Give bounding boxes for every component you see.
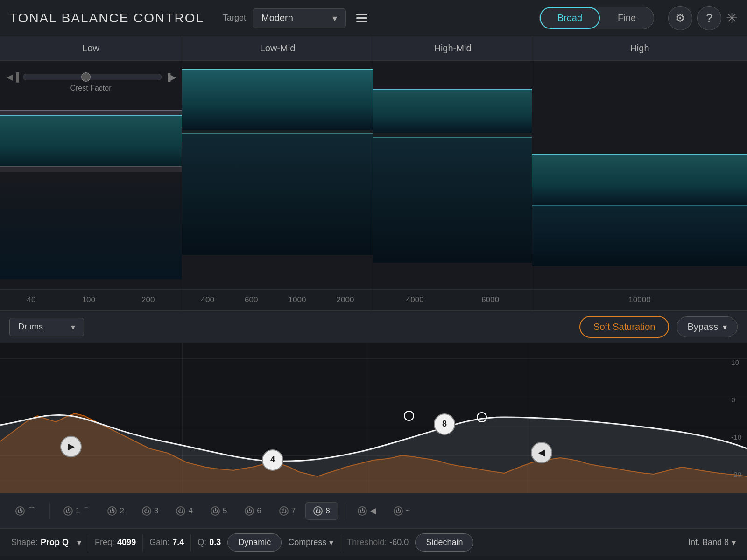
broad-fine-toggle: Broad Fine [539,7,654,29]
gear-icon: ⚙ [675,12,685,25]
band-btn-10[interactable]: ⏻ ~ [386,502,419,520]
settings-button[interactable]: ⚙ [668,6,692,30]
band-divider-1 [49,503,50,519]
fine-button[interactable]: Fine [600,7,654,29]
status-sep-3 [190,534,191,551]
int-band-label: Int. Band 8 [688,538,729,547]
spectrum-high [532,61,747,289]
band-7-label: 7 [291,506,296,516]
crest-factor-label: Crest Factor [0,84,182,92]
q-value: 0.3 [209,538,221,547]
band-btn-1[interactable]: ⏻ 1 ⌒ [56,502,98,520]
question-icon: ? [706,12,712,25]
toolbar: Drums ▾ Soft Saturation Bypass ▾ [0,311,747,343]
band-header-high: High [532,36,747,60]
band-btn-2[interactable]: ⏻ 2 [99,502,132,520]
shape-dropdown-icon[interactable]: ▾ [77,538,81,548]
highmid-teal-band-2 [374,137,532,263]
compress-selector[interactable]: Compress ▾ [288,538,333,548]
band-power-icon: ⏻ [15,506,25,516]
threshold-value: -60.0 [389,538,409,547]
crest-factor-slider[interactable] [23,74,162,80]
band-6-label: 6 [257,506,261,516]
band-btn-power[interactable]: ⏻ ⌒ [7,501,44,521]
band-btn-8[interactable]: ⏻ 8 [305,502,338,520]
int-band-selector[interactable]: Int. Band 8 ▾ [688,538,736,548]
soft-saturation-button[interactable]: Soft Saturation [579,316,669,338]
high-teal-band-1 [532,154,747,205]
band-btn-4[interactable]: ⏻ 4 [168,502,200,520]
gain-label: Gain: [149,538,169,547]
freq-low: 40 100 200 [0,290,182,310]
band-header-lowmid: Low-Mid [182,36,374,60]
band-3-icon: ⏻ [142,506,151,516]
band-9-icon: ⏻ [358,506,367,516]
low-teal-band-2 [0,172,182,279]
eq-node-4[interactable]: 4 [262,449,283,471]
preset-value: Drums [18,322,43,332]
broad-button[interactable]: Broad [540,7,600,29]
db-label-10: 10 [731,358,741,366]
status-sep-1 [88,534,88,551]
db-label-neg10: -10 [731,433,741,441]
menu-line-icon [356,14,367,15]
band-1-label: 1 [76,506,80,516]
freq-highmid: 4000 6000 [374,290,532,310]
preset-dropdown[interactable]: Drums ▾ [9,318,84,336]
eq-area[interactable]: ▶ 4 8 ◀ 10 0 -10 -20 [0,343,747,493]
band-btn-7[interactable]: ⏻ 7 [271,502,303,520]
shape-label: Shape: [11,538,38,547]
eq-curve-fill [0,415,747,493]
menu-line-icon [356,21,367,22]
menu-button[interactable] [352,10,371,26]
freq-lowmid: 400 600 1000 2000 [182,290,374,310]
eq-svg [0,343,747,493]
band-2-icon: ⏻ [107,506,117,516]
spectrum-area: ◀▐ ▐▶ Crest Factor [0,61,747,289]
db-label-0: 0 [731,396,741,404]
spectrum-lowmid [182,61,374,289]
crest-factor-row: ◀▐ ▐▶ [0,65,182,84]
band-header-low: Low [0,36,182,60]
spectrum-highmid [374,61,532,289]
frequency-axis: 40 100 200 400 600 1000 2000 4000 6000 1… [0,289,747,311]
bypass-label: Bypass [687,322,718,332]
band-btn-3[interactable]: ⏻ 3 [134,502,166,520]
eq-handle-left [404,411,414,420]
db-labels: 10 0 -10 -20 [731,343,741,493]
band-5-label: 5 [223,506,227,516]
band-btn-9[interactable]: ⏻ ◀ [350,502,384,520]
db-label-neg20: -20 [731,470,741,478]
band-7-icon: ⏻ [279,506,289,516]
dropdown-arrow-icon: ▾ [332,13,337,24]
band-3-label: 3 [154,506,158,516]
band-4-icon: ⏻ [176,506,185,516]
freq-value: 4099 [117,538,136,547]
eq-node-9[interactable]: ◀ [531,442,552,463]
help-button[interactable]: ? [697,6,721,30]
asterisk-icon[interactable]: ✳ [726,10,738,26]
eq-node-1[interactable]: ▶ [60,436,82,457]
band-selector: ⏻ ⌒ ⏻ 1 ⌒ ⏻ 2 ⏻ 3 ⏻ 4 ⏻ 5 ⏻ 6 ⏻ 7 ⏻ 8 ⏻ … [0,493,747,528]
low-divider [0,166,182,172]
band-btn-6[interactable]: ⏻ 6 [237,502,269,520]
lowmid-teal-band-2 [182,133,373,255]
dynamic-button[interactable]: Dynamic [227,533,282,552]
compress-arrow-icon: ▾ [329,538,333,548]
bypass-button[interactable]: Bypass ▾ [677,316,738,337]
low-teal-band-1 [0,115,182,166]
band-10-label: ~ [406,506,411,516]
header: TONAL BALANCE CONTROL Target Modern ▾ Br… [0,0,747,36]
eq-node-8[interactable]: 8 [434,413,455,435]
band-1-icon: ⏻ [63,506,73,516]
lowmid-divider [182,130,373,133]
band-headers: Low Low-Mid High-Mid High [0,36,747,61]
target-dropdown[interactable]: Modern ▾ [253,8,346,28]
status-sep-4 [340,534,340,551]
sidechain-button[interactable]: Sidechain [415,533,473,552]
band-btn-5[interactable]: ⏻ 5 [203,502,235,520]
band-2-label: 2 [120,506,124,516]
menu-line-icon [356,17,367,19]
q-label: Q: [197,538,206,547]
band-divider-2 [344,503,344,519]
